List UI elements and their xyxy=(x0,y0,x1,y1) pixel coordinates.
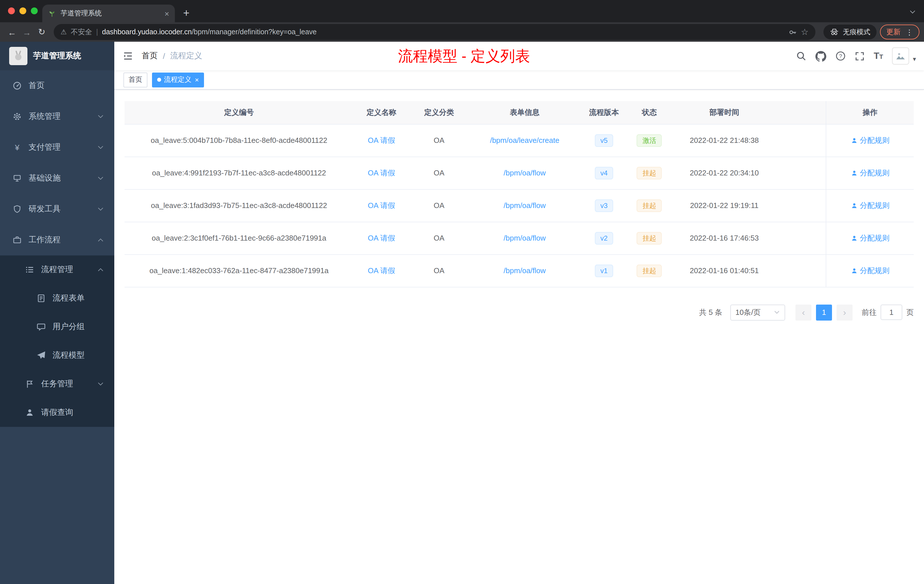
tag-close-icon[interactable]: × xyxy=(195,76,199,84)
bookmark-star-icon[interactable]: ☆ xyxy=(801,27,808,37)
table-row: oa_leave:1:482ec033-762a-11ec-8477-a2380… xyxy=(125,254,914,287)
tag-home[interactable]: 首页 xyxy=(124,72,147,87)
security-label[interactable]: 不安全 xyxy=(71,27,92,37)
content-area: 定义编号 定义名称 定义分类 表单信息 流程版本 状态 部署时间 操作 xyxy=(114,90,924,584)
chat-icon xyxy=(36,322,46,332)
sidebar-item-leave-query[interactable]: 请假查询 xyxy=(0,398,114,427)
dashboard-icon xyxy=(13,81,22,90)
window-zoom-button[interactable] xyxy=(31,7,38,14)
definition-name-link[interactable]: OA 请假 xyxy=(368,266,395,275)
tag-process-definition[interactable]: 流程定义 × xyxy=(152,72,204,87)
sidebar-item-system[interactable]: 系统管理 xyxy=(0,101,114,132)
user-icon xyxy=(851,267,858,274)
page-number-current[interactable]: 1 xyxy=(816,304,832,320)
sidebar-item-devtools[interactable]: 研发工具 xyxy=(0,194,114,224)
next-page-button[interactable]: › xyxy=(837,304,853,320)
sidebar-logo[interactable]: 芋道管理系统 xyxy=(0,42,114,70)
new-tab-button[interactable]: + xyxy=(178,5,194,21)
assign-rule-link[interactable]: 分配规则 xyxy=(851,266,889,276)
sidebar-item-payment[interactable]: ¥ 支付管理 xyxy=(0,132,114,163)
chevron-up-icon xyxy=(97,266,104,273)
deploy-time: 2022-01-22 20:34:10 xyxy=(672,157,777,189)
window-close-button[interactable] xyxy=(8,7,15,14)
assign-rule-link[interactable]: 分配规则 xyxy=(851,233,889,243)
table-row: oa_leave:2:3c1f0ef1-76b1-11ec-9c66-a2380… xyxy=(125,222,914,254)
filler-cell xyxy=(777,189,826,222)
sidebar-item-label: 流程模型 xyxy=(53,350,84,361)
tags-view: 首页 流程定义 × xyxy=(114,70,924,90)
sidebar-toggle-icon[interactable] xyxy=(114,51,142,61)
tab-close-icon[interactable]: × xyxy=(165,9,169,18)
definition-id: oa_leave:5:004b710b-7b8a-11ec-8ef0-acde4… xyxy=(125,124,353,157)
col-status: 状态 xyxy=(627,101,672,124)
status-badge: 挂起 xyxy=(637,167,662,179)
form-link[interactable]: /bpm/oa/flow xyxy=(504,168,546,177)
form-link[interactable]: /bpm/oa/flow xyxy=(504,234,546,242)
sidebar-item-home[interactable]: 首页 xyxy=(0,70,114,101)
password-key-icon[interactable] xyxy=(788,28,797,36)
sidebar-item-process-model[interactable]: 流程模型 xyxy=(0,341,114,370)
assign-rule-link[interactable]: 分配规则 xyxy=(851,168,889,178)
user-icon xyxy=(851,202,858,209)
sidebar-item-task-management[interactable]: 任务管理 xyxy=(0,370,114,398)
reload-button[interactable]: ↻ xyxy=(34,25,49,40)
user-menu[interactable]: ▾ xyxy=(892,48,916,64)
chevron-down-icon xyxy=(97,175,104,182)
active-dot xyxy=(157,78,161,82)
breadcrumb-home[interactable]: 首页 xyxy=(142,51,158,61)
definition-name-link[interactable]: OA 请假 xyxy=(368,168,395,177)
github-icon[interactable] xyxy=(815,51,826,61)
col-form-info: 表单信息 xyxy=(469,101,581,124)
user-icon xyxy=(851,137,858,144)
pagination-total: 共 5 条 xyxy=(699,307,722,317)
sidebar-item-user-group[interactable]: 用户分组 xyxy=(0,313,114,341)
pagination-goto: 前往 页 xyxy=(862,305,914,320)
col-definition-category: 定义分类 xyxy=(409,101,469,124)
goto-page-input[interactable] xyxy=(881,305,902,320)
sidebar-item-label: 任务管理 xyxy=(41,379,73,389)
sidebar-item-label: 系统管理 xyxy=(28,111,61,122)
form-link[interactable]: /bpm/oa/flow xyxy=(504,266,546,275)
form-link[interactable]: /bpm/oa/leave/create xyxy=(490,136,559,145)
version-badge: v1 xyxy=(594,264,613,277)
table-header-row: 定义编号 定义名称 定义分类 表单信息 流程版本 状态 部署时间 操作 xyxy=(125,101,914,124)
page-size-select[interactable]: 10条/页 xyxy=(730,304,785,320)
form-link[interactable]: /bpm/oa/flow xyxy=(504,201,546,210)
browser-menu-icon[interactable]: ⋮ xyxy=(906,28,913,36)
sidebar-item-workflow[interactable]: 工作流程 xyxy=(0,224,114,256)
deploy-time: 2022-01-16 01:40:51 xyxy=(672,254,777,287)
address-bar[interactable]: ⚠ 不安全 | dashboard.yudao.iocoder.cn/bpm/m… xyxy=(54,24,815,40)
help-icon[interactable]: ? xyxy=(835,51,846,61)
col-deploy-time: 部署时间 xyxy=(672,101,777,124)
search-icon[interactable] xyxy=(796,51,806,61)
forward-button[interactable]: → xyxy=(20,25,34,40)
table-row: oa_leave:3:1fad3d93-7b75-11ec-a3c8-acde4… xyxy=(125,189,914,222)
definition-id: oa_leave:1:482ec033-762a-11ec-8477-a2380… xyxy=(125,254,353,287)
assign-rule-link[interactable]: 分配规则 xyxy=(851,135,889,145)
sidebar-item-infrastructure[interactable]: 基础设施 xyxy=(0,163,114,194)
sidebar-item-process-management[interactable]: 流程管理 xyxy=(0,256,114,284)
assign-rule-link[interactable]: 分配规则 xyxy=(851,200,889,211)
user-icon xyxy=(851,234,858,241)
tab-search-chevron-icon[interactable] xyxy=(909,7,916,18)
fullscreen-icon[interactable] xyxy=(855,51,865,61)
sidebar-item-process-form[interactable]: 流程表单 xyxy=(0,284,114,313)
definition-name-link[interactable]: OA 请假 xyxy=(368,136,395,144)
url-domain: dashboard.yudao.iocoder.cn xyxy=(102,28,192,36)
prev-page-button[interactable]: ‹ xyxy=(795,304,812,320)
sidebar-item-label: 基础设施 xyxy=(28,173,61,183)
chevron-down-icon xyxy=(97,144,104,151)
browser-tab[interactable]: 芋道管理系统 × xyxy=(42,5,175,22)
page-unit-label: 页 xyxy=(906,307,914,317)
window-minimize-button[interactable] xyxy=(20,7,26,14)
tab-title: 芋道管理系统 xyxy=(61,8,160,18)
security-warning-icon: ⚠ xyxy=(61,28,67,36)
breadcrumb-separator: / xyxy=(163,51,165,61)
back-button[interactable]: ← xyxy=(5,25,20,40)
definition-name-link[interactable]: OA 请假 xyxy=(368,201,395,210)
definition-name-link[interactable]: OA 请假 xyxy=(368,233,395,242)
yen-icon: ¥ xyxy=(13,143,22,152)
shield-icon xyxy=(13,205,22,214)
font-size-icon[interactable]: TT xyxy=(874,51,883,61)
update-button[interactable]: 更新 ⋮ xyxy=(880,25,919,40)
